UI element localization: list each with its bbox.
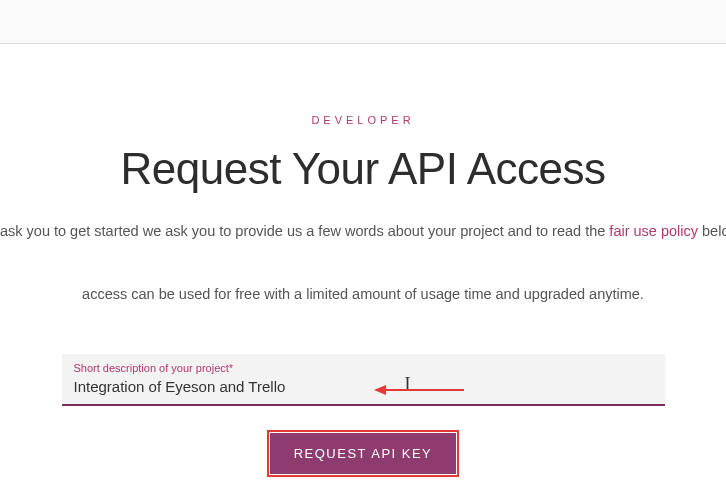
intro-post: below — [698, 223, 726, 239]
project-description-input[interactable] — [74, 376, 653, 395]
project-description-field-container: Short description of your project* I — [62, 354, 665, 406]
project-description-label: Short description of your project* — [74, 362, 653, 375]
intro-pre: ask you to get started we ask you to pro… — [0, 223, 609, 239]
intro-text-2: access can be used for free with a limit… — [0, 283, 726, 306]
eyebrow-label: DEVELOPER — [0, 114, 726, 126]
page-title: Request Your API Access — [0, 144, 726, 194]
request-button-highlight: REQUEST API KEY — [267, 430, 460, 477]
request-api-key-button[interactable]: REQUEST API KEY — [270, 433, 457, 474]
top-bar — [0, 0, 726, 44]
main-content: DEVELOPER Request Your API Access ask yo… — [0, 44, 726, 500]
fair-use-policy-link[interactable]: fair use policy — [609, 223, 698, 239]
intro-text: ask you to get started we ask you to pro… — [0, 220, 726, 243]
